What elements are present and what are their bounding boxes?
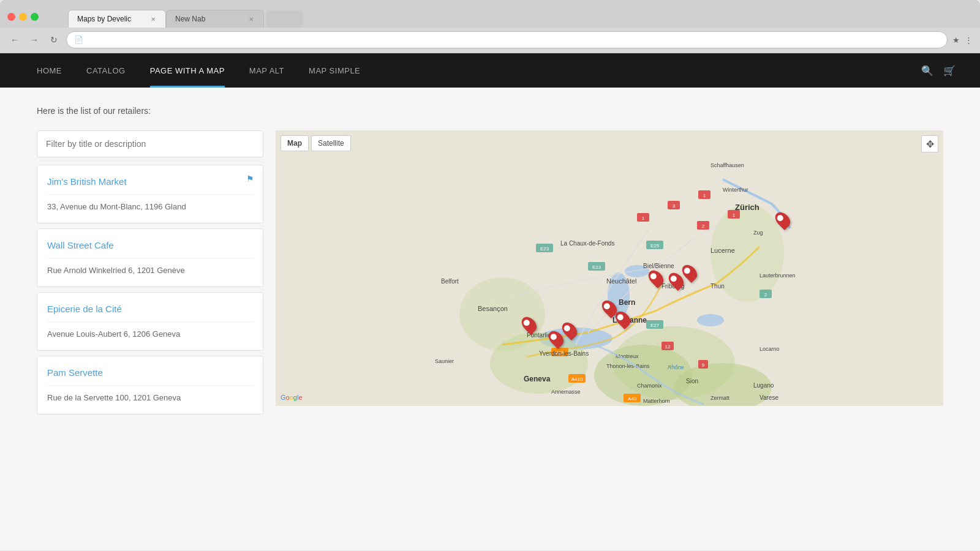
store-divider <box>47 385 253 386</box>
svg-text:Chamonix: Chamonix <box>637 383 662 389</box>
back-button[interactable]: ← <box>7 32 22 47</box>
map-pin-1[interactable] <box>523 316 535 334</box>
store-card-jims[interactable]: ⚑ Jim's British Market 33, Avenue du Mon… <box>37 165 263 223</box>
map-pin-7[interactable] <box>670 272 682 290</box>
filter-input[interactable] <box>37 130 263 157</box>
svg-text:Schaffhausen: Schaffhausen <box>710 162 744 168</box>
svg-text:Bern: Bern <box>619 298 635 307</box>
map-container[interactable]: E23 E23 E25 E27 A36 Besançon La Chaux-de… <box>276 130 943 406</box>
tab-close-2[interactable]: ✕ <box>247 16 255 23</box>
store-divider <box>47 194 253 195</box>
forward-button[interactable]: → <box>27 32 42 47</box>
address-bar[interactable]: 📄 <box>66 31 948 48</box>
svg-text:Sion: Sion <box>686 378 698 384</box>
nav-item-home[interactable]: HOME <box>24 53 74 88</box>
svg-text:E25: E25 <box>650 243 660 249</box>
svg-text:Lugano: Lugano <box>753 382 774 389</box>
store-address-pam: Rue de la Servette 100, 1201 Geneva <box>47 393 181 402</box>
svg-text:E23: E23 <box>592 264 601 270</box>
reload-button[interactable]: ↻ <box>47 32 61 47</box>
store-name-wall-street[interactable]: Wall Street Cafe <box>47 240 253 250</box>
address-icons: ★ ⋮ <box>952 36 973 45</box>
page-content: Here is the list of our retailers: ⚑ Jim… <box>0 88 980 550</box>
svg-text:2: 2 <box>702 223 705 229</box>
svg-text:Zermatt: Zermatt <box>710 395 730 401</box>
map-pin-6[interactable] <box>650 269 662 288</box>
minimize-button[interactable] <box>19 13 27 21</box>
svg-text:Thonon-les-Bains: Thonon-les-Bains <box>606 363 650 369</box>
map-expand-button[interactable]: ✥ <box>921 135 938 152</box>
nav-item-map-alt[interactable]: MAP ALT <box>237 53 296 88</box>
svg-text:E23: E23 <box>540 246 549 252</box>
svg-text:Biel/Bienne: Biel/Bienne <box>643 263 674 269</box>
store-address-wall-street: Rue Arnold Winkelried 6, 1201 Genève <box>47 266 185 275</box>
map-controls: Map Satellite <box>281 135 351 151</box>
search-icon[interactable]: 🔍 <box>921 65 933 77</box>
nav-item-catalog[interactable]: CATALOG <box>74 53 138 88</box>
new-tab-button[interactable] <box>266 10 303 28</box>
tab-label: New Nab <box>175 15 205 23</box>
svg-text:Thun: Thun <box>710 283 725 290</box>
satellite-view-button[interactable]: Satellite <box>311 135 351 151</box>
svg-text:1: 1 <box>703 193 706 198</box>
store-name-jims[interactable]: Jim's British Market <box>47 176 253 187</box>
main-nav: HOME CATALOG PAGE WITH A MAP MAP ALT MAP… <box>0 53 980 88</box>
svg-point-10 <box>594 345 692 406</box>
svg-text:La Chaux-de-Fonds: La Chaux-de-Fonds <box>560 240 614 247</box>
store-name-epicerie[interactable]: Epicerie de la Cité <box>47 304 253 314</box>
svg-text:3: 3 <box>673 203 676 209</box>
svg-text:Geneva: Geneva <box>524 375 551 383</box>
cart-icon[interactable]: 🛒 <box>943 65 956 77</box>
close-button[interactable] <box>7 13 15 21</box>
svg-text:Zug: Zug <box>753 230 763 236</box>
svg-text:Yverdon-les-Bains: Yverdon-les-Bains <box>539 350 589 357</box>
expand-icon: ✥ <box>926 138 934 150</box>
svg-text:Annemasse: Annemasse <box>551 389 581 395</box>
tab-label: Maps by Develic <box>77 15 131 23</box>
store-card-wall-street[interactable]: Wall Street Cafe Rue Arnold Winkelried 6… <box>37 228 263 287</box>
svg-text:E27: E27 <box>650 323 660 328</box>
tab-maps-develic[interactable]: Maps by Develic ✕ <box>68 10 166 28</box>
tab-close-1[interactable]: ✕ <box>149 16 157 23</box>
map-pin-9[interactable] <box>777 211 789 230</box>
store-name-pam[interactable]: Pam Servette <box>47 367 253 378</box>
page-icon: 📄 <box>74 36 83 44</box>
map-pin-2[interactable] <box>550 330 562 348</box>
svg-text:Lauterbrunnen: Lauterbrunnen <box>760 272 796 279</box>
map-pin-4[interactable] <box>603 299 616 318</box>
store-divider <box>47 258 253 258</box>
svg-text:2: 2 <box>764 292 767 298</box>
maximize-button[interactable] <box>31 13 39 21</box>
svg-text:A410: A410 <box>571 377 583 382</box>
svg-text:Besançon: Besançon <box>478 305 508 312</box>
map-view-button[interactable]: Map <box>281 135 309 151</box>
svg-text:Saunier: Saunier <box>435 358 454 364</box>
store-card-epicerie[interactable]: Epicerie de la Cité Avenue Louis-Aubert … <box>37 292 263 351</box>
nav-items: HOME CATALOG PAGE WITH A MAP MAP ALT MAP… <box>24 53 921 88</box>
svg-text:Rhône: Rhône <box>668 364 684 370</box>
svg-text:A40: A40 <box>628 396 637 402</box>
app-content: HOME CATALOG PAGE WITH A MAP MAP ALT MAP… <box>0 53 980 550</box>
store-address-jims: 33, Avenue du Mont-Blanc, 1196 Gland <box>47 202 186 211</box>
svg-text:1: 1 <box>642 216 645 221</box>
map-pin-5[interactable] <box>617 310 629 329</box>
menu-icon[interactable]: ⋮ <box>965 36 973 45</box>
nav-item-map-simple[interactable]: MAP SIMPLE <box>296 53 372 88</box>
map-pin-3[interactable] <box>564 321 576 340</box>
nav-item-page-with-a-map[interactable]: PAGE WITH A MAP <box>138 53 237 88</box>
svg-text:Neuchâtel: Neuchâtel <box>606 277 637 285</box>
map-pin-8[interactable] <box>684 264 696 282</box>
bookmark-star-icon[interactable]: ★ <box>952 36 960 45</box>
svg-text:Matterhorn: Matterhorn <box>643 398 670 404</box>
browser-chrome: Maps by Develic ✕ New Nab ✕ ← → ↻ 📄 ★ ⋮ <box>0 0 980 53</box>
google-logo: Google <box>281 394 303 401</box>
tab-new-nab[interactable]: New Nab ✕ <box>166 10 264 28</box>
nav-right: 🔍 🛒 <box>921 65 956 77</box>
map-layout: ⚑ Jim's British Market 33, Avenue du Mon… <box>37 130 943 419</box>
bookmark-icon: ⚑ <box>246 174 254 184</box>
svg-text:Lucerne: Lucerne <box>710 247 735 254</box>
store-card-pam[interactable]: Pam Servette Rue de la Servette 100, 120… <box>37 356 263 414</box>
tabs-bar: Maps by Develic ✕ New Nab ✕ <box>43 6 303 28</box>
svg-text:9: 9 <box>702 362 705 368</box>
svg-text:Winterthur: Winterthur <box>723 187 748 193</box>
